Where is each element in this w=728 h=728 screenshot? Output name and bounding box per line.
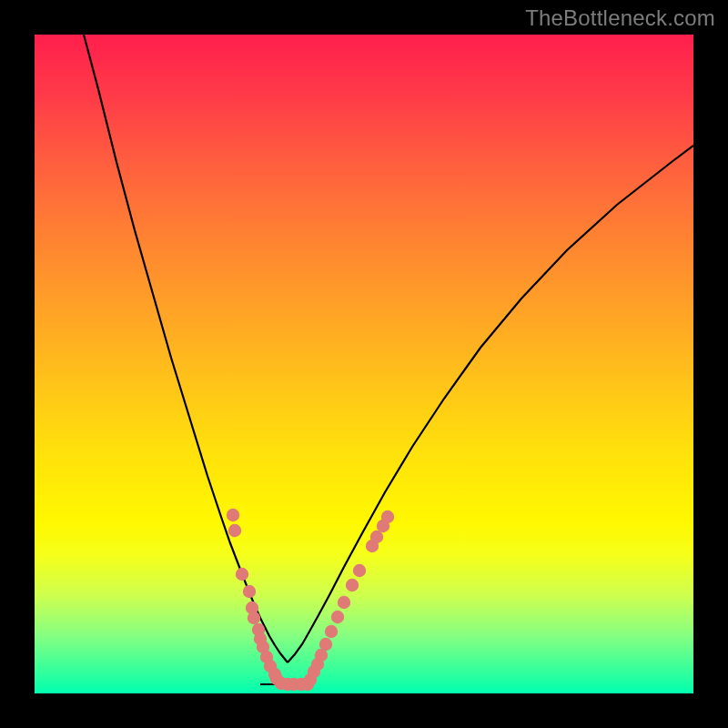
curve-left-branch bbox=[84, 35, 288, 662]
data-point bbox=[381, 511, 394, 523]
data-point bbox=[243, 585, 256, 598]
data-point bbox=[338, 596, 350, 609]
data-point bbox=[228, 524, 241, 537]
data-point bbox=[325, 625, 338, 638]
data-point bbox=[370, 531, 383, 543]
data-point bbox=[353, 564, 366, 577]
data-point bbox=[319, 638, 332, 651]
data-point bbox=[331, 611, 344, 623]
gradient-plot-area bbox=[35, 35, 693, 693]
data-point bbox=[248, 612, 260, 624]
data-point bbox=[236, 568, 248, 581]
data-point bbox=[346, 579, 359, 592]
data-point bbox=[227, 509, 239, 521]
watermark-text: TheBottleneck.com bbox=[525, 5, 715, 31]
plot-svg bbox=[35, 35, 693, 693]
